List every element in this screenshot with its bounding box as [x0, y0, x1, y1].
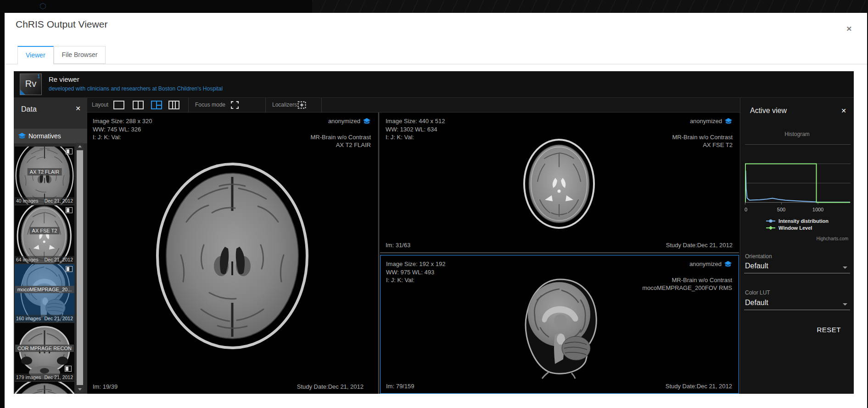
reset-button[interactable]: RESET [817, 326, 841, 334]
layout-one-plus-two-views-button[interactable] [151, 101, 162, 109]
image-index-text: Im: 19/39 [93, 383, 118, 390]
active-view-panel: Active view ✕ Histogram [740, 98, 854, 394]
study-description-text: MR-Brain w/o Contrast [672, 133, 733, 142]
series-label: AX T2 FLAIR [28, 168, 62, 176]
color-lut-select[interactable]: Default [745, 299, 768, 307]
thumbnail-ax-fse-t2[interactable]: AX FSE T2 64 images Dec 21, 2012 [15, 205, 74, 263]
background-pattern [312, 0, 868, 13]
page-top-bar: ⬡ [0, 0, 868, 13]
thumbnail-cor-mprage-recon[interactable]: COR MPRAGE RECON 179 images Dec 21, 2012 [15, 323, 74, 381]
study-date-text: Study Date:Dec 21, 2012 [666, 242, 733, 249]
thumbnail-ax-t2-flair[interactable]: AX T2 FLAIR 40 images Dec 21, 2012 [15, 147, 74, 204]
chris-output-viewer-modal: ChRIS Output Viewer ✕ Viewer File Browse… [5, 13, 867, 408]
layout-position-icon [66, 266, 73, 272]
layout-two-views-button[interactable] [133, 101, 144, 109]
sidebar-close-icon[interactable]: ✕ [75, 105, 81, 112]
series-description-text: AX T2 FLAIR [311, 141, 371, 149]
intensity-distribution-line [745, 170, 851, 202]
localizers-icon[interactable] [297, 101, 306, 109]
viewport-info-topleft: Image Size: 288 x 320 WW: 745 WL: 326 I:… [93, 117, 152, 142]
focus-mode-label: Focus mode [195, 98, 225, 112]
x-tick-1000: 1000 [812, 207, 823, 212]
highcharts-credit-link[interactable]: Highcharts.com [817, 236, 848, 241]
viewport-info-topright: anonymized MR-Brain w/o Contrast AX T2 F… [311, 117, 371, 149]
viewport-mocomemprage-selected[interactable]: Image Size: 192 x 192 WW: 975 WL: 493 I:… [380, 255, 739, 394]
sidebar-group-normatives[interactable]: Normatives [14, 129, 87, 143]
layout-three-views-button[interactable] [168, 101, 179, 109]
window-level-text: WW: 745 WL: 326 [93, 125, 152, 134]
thumbnail-partial[interactable] [15, 382, 74, 394]
series-meta: 64 images Dec 21, 2012 [15, 256, 74, 263]
viewport-ax-t2-flair[interactable]: Image Size: 288 x 320 WW: 745 WL: 326 I:… [87, 113, 377, 394]
layout-single-view-button[interactable] [113, 101, 124, 109]
layout-position-icon [65, 366, 72, 372]
thumbnail-mocomemprage[interactable]: mocoMEMPRAGE_20... 160 images Dec 21, 20… [15, 264, 74, 322]
x-tick-0: 0 [745, 207, 747, 212]
series-count: 179 images [16, 374, 41, 381]
sidebar-group-label: Normatives [28, 129, 61, 143]
image-size-text: Image Size: 192 x 192 [386, 260, 445, 268]
localizers-section: Localizers [265, 98, 322, 112]
series-date: Dec 21, 2012 [45, 256, 73, 263]
axial-flair-mri-image [140, 157, 324, 354]
color-lut-caret-icon[interactable] [843, 303, 847, 306]
modal-close-icon[interactable]: ✕ [846, 25, 852, 33]
sidebar-scrollbar[interactable] [76, 143, 84, 393]
color-lut-label: Color LUT [745, 289, 770, 296]
ijk-text: I: J: K: Val: [386, 133, 445, 142]
scroll-down-arrow[interactable] [76, 386, 84, 393]
sagittal-mri-image [516, 275, 604, 380]
series-count: 160 images [16, 315, 41, 322]
layout-section: Layout [87, 98, 189, 112]
localizers-label: Localizers [272, 98, 297, 112]
tab-viewer[interactable]: Viewer [17, 46, 54, 64]
series-meta: 179 images Dec 21, 2012 [15, 374, 74, 381]
re-viewer-app: Rv 1 Re viewer developed with clinicians… [14, 71, 854, 394]
rv-logo-text: Rv [20, 79, 41, 89]
legend-window-level[interactable]: Window Level [766, 225, 812, 231]
series-label: COR MPRAGE RECON [15, 345, 74, 352]
active-view-close-icon[interactable]: ✕ [841, 107, 846, 114]
app-title: Re viewer [49, 75, 79, 83]
app-subtitle: developed with clinicians and researcher… [49, 85, 223, 92]
viewport-ax-fse-t2[interactable]: Image Size: 440 x 512 WW: 1302 WL: 634 I… [380, 113, 739, 253]
anonymized-icon [724, 118, 733, 125]
legend-label: Window Level [778, 225, 812, 231]
histogram-legend: Intensity distribution Window Level [740, 218, 854, 231]
axial-t2-mri-image [517, 136, 602, 232]
viewport-info-topleft: Image Size: 440 x 512 WW: 1302 WL: 634 I… [386, 117, 445, 142]
tab-bar: Viewer File Browser [17, 46, 106, 64]
focus-mode-icon[interactable] [231, 101, 239, 109]
image-size-text: Image Size: 288 x 320 [93, 117, 152, 125]
series-count: 64 images [16, 256, 38, 263]
viewport-info-topright: anonymized MR-Brain w/o Contrast mocoMEM… [642, 260, 732, 292]
anonymized-text: anonymized [689, 260, 722, 268]
rv-logo: Rv 1 [20, 74, 42, 95]
sidebar-title: Data [21, 105, 37, 113]
scrollbar-thumb[interactable] [77, 150, 83, 385]
series-count: 40 images [16, 197, 38, 204]
ijk-text: I: J: K: Val: [386, 276, 445, 284]
tab-file-browser[interactable]: File Browser [54, 46, 106, 64]
orientation-label: Orientation [745, 253, 772, 260]
window-level-text: WW: 1302 WL: 634 [386, 125, 445, 134]
intensity-marker-icon [766, 219, 776, 223]
orientation-caret-icon[interactable] [843, 266, 847, 269]
series-meta: 160 images Dec 21, 2012 [15, 315, 74, 322]
study-date-text: Study Date:Dec 21, 2012 [666, 383, 732, 390]
rv-logo-accent [20, 90, 25, 95]
window-level-marker-icon [766, 226, 776, 230]
histogram-title: Histogram [740, 131, 854, 137]
orientation-select[interactable]: Default [745, 262, 768, 270]
legend-intensity-distribution[interactable]: Intensity distribution [766, 218, 829, 224]
image-index-text: Im: 79/159 [386, 383, 414, 390]
data-sidebar: Data ✕ Normatives AX T2 FLAIR 40 images … [14, 98, 87, 394]
modal-title: ChRIS Output Viewer [16, 19, 107, 30]
background-logo-icon: ⬡ [39, 1, 46, 11]
series-date: Dec 21, 2012 [45, 197, 73, 204]
series-thumbnail-list: AX T2 FLAIR 40 images Dec 21, 2012 AX FS… [15, 147, 75, 394]
series-label: mocoMEMPRAGE_20... [15, 286, 74, 293]
layout-position-icon [66, 207, 73, 213]
scroll-up-arrow[interactable] [76, 143, 84, 150]
viewport-divider [378, 113, 379, 394]
